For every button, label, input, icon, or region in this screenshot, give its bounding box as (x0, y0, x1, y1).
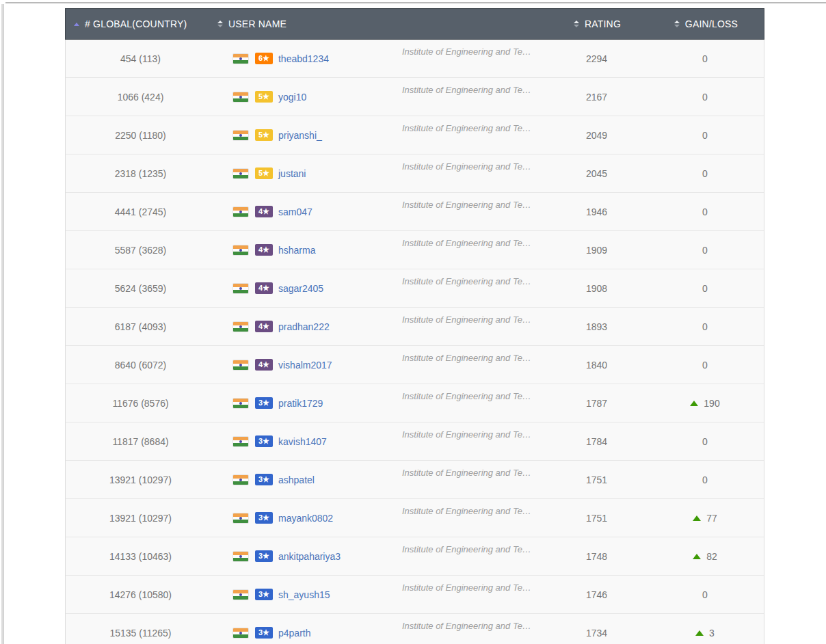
sort-icon (674, 21, 680, 27)
column-header-rating[interactable]: RATING (548, 9, 647, 39)
gain-loss-cell: 0 (646, 346, 764, 384)
username-link[interactable]: sagar2405 (278, 283, 323, 294)
gain-loss-cell: 0 (646, 422, 764, 460)
user-cell: 4★ sam047 (215, 193, 390, 230)
rating-value: 1734 (586, 628, 607, 639)
rating-value: 1893 (586, 321, 607, 332)
table-row: 14276 (10580) 3★ sh_ayush15 Institute of… (66, 576, 764, 614)
gain-loss-value: 0 (702, 130, 708, 141)
rating-value: 1840 (586, 360, 607, 371)
institute-text: Institute of Engineering and Te… (402, 200, 531, 210)
star-rating-badge: 5★ (255, 167, 273, 179)
rating-value: 2045 (586, 168, 607, 179)
gain-loss-value: 0 (702, 92, 708, 103)
username-link[interactable]: justani (278, 168, 306, 179)
global-country-rank-value: 2318 (1235) (115, 168, 167, 179)
gain-loss-value: 0 (702, 168, 708, 179)
rank-cell: 14276 (10580) (66, 576, 215, 613)
rating-cell: 1748 (547, 537, 646, 575)
page: # GLOBAL(COUNTRY) USER NAME RATING GAIN/… (0, 0, 826, 644)
gain-loss-cell: 0 (646, 231, 764, 269)
global-country-rank-value: 13921 (10297) (109, 474, 172, 485)
institute-cell: Institute of Engineering and Te… (390, 269, 547, 307)
institute-cell: Institute of Engineering and Te… (390, 384, 547, 422)
rank-cell: 14133 (10463) (66, 537, 215, 575)
rank-cell: 2250 (1180) (66, 116, 215, 154)
global-country-rank-value: 1066 (424) (118, 92, 164, 103)
institute-cell: Institute of Engineering and Te… (390, 231, 547, 269)
institute-text: Institute of Engineering and Te… (402, 544, 531, 554)
rating-cell: 2167 (547, 78, 646, 116)
gain-up-icon (690, 401, 698, 406)
gain-loss-value: 0 (702, 360, 708, 371)
username-link[interactable]: hsharma (278, 245, 315, 256)
table-row: 4441 (2745) 4★ sam047 Institute of Engin… (66, 193, 764, 231)
rank-cell: 6187 (4093) (66, 308, 215, 345)
username-link[interactable]: sam047 (278, 206, 312, 217)
column-header-username[interactable]: USER NAME (216, 9, 390, 39)
rating-value: 1908 (586, 283, 607, 294)
india-flag-icon (232, 513, 249, 524)
india-flag-icon (232, 168, 249, 179)
institute-cell: Institute of Engineering and Te… (390, 346, 547, 384)
gain-up-icon (693, 515, 701, 521)
gain-loss-cell: 82 (646, 537, 764, 575)
gain-loss-value: 0 (702, 474, 708, 485)
username-link[interactable]: pratik1729 (278, 398, 323, 409)
gain-loss-value: 0 (702, 245, 708, 256)
institute-text: Institute of Engineering and Te… (402, 582, 531, 593)
column-label-rating: RATING (585, 18, 621, 29)
ranking-table: # GLOBAL(COUNTRY) USER NAME RATING GAIN/… (65, 8, 764, 644)
rating-cell: 1908 (547, 269, 646, 307)
gain-loss-value: 0 (702, 436, 708, 447)
username-link[interactable]: p4parth (278, 628, 310, 639)
username-link[interactable]: priyanshi_ (278, 130, 322, 141)
column-header-global-rank[interactable]: # GLOBAL(COUNTRY) (66, 9, 216, 39)
rank-cell: 4441 (2745) (66, 193, 215, 230)
username-link[interactable]: ankitpahariya3 (278, 551, 341, 562)
rank-cell: 8640 (6072) (66, 346, 215, 384)
username-link[interactable]: theabd1234 (278, 53, 329, 64)
star-rating-badge: 3★ (255, 512, 273, 524)
username-link[interactable]: pradhan222 (278, 321, 330, 332)
rank-cell: 5624 (3659) (66, 269, 215, 307)
global-country-rank-value: 15135 (11265) (109, 628, 171, 639)
institute-text: Institute of Engineering and Te… (402, 276, 531, 286)
india-flag-icon (232, 53, 249, 64)
username-link[interactable]: ashpatel (278, 474, 315, 485)
rank-cell: 5587 (3628) (66, 231, 215, 269)
user-cell: 3★ mayank0802 (215, 499, 390, 537)
gain-loss-cell: 0 (646, 461, 764, 498)
sort-icon (217, 21, 223, 27)
column-header-gainloss[interactable]: GAIN/LOSS (647, 9, 765, 39)
india-flag-icon (232, 206, 249, 217)
global-country-rank-value: 5624 (3659) (115, 283, 167, 294)
table-row: 5587 (3628) 4★ hsharma Institute of Engi… (66, 231, 764, 269)
user-cell: 3★ p4parth (215, 614, 390, 644)
table-row: 2250 (1180) 5★ priyanshi_ Institute of E… (66, 116, 764, 155)
institute-cell: Institute of Engineering and Te… (390, 499, 547, 537)
india-flag-icon (232, 245, 249, 256)
star-rating-badge: 4★ (255, 282, 273, 294)
user-cell: 4★ sagar2405 (215, 269, 390, 307)
username-link[interactable]: mayank0802 (278, 513, 333, 524)
global-country-rank-value: 454 (113) (120, 53, 161, 64)
rating-cell: 2045 (547, 155, 646, 192)
username-link[interactable]: sh_ayush15 (278, 589, 330, 600)
gain-loss-cell: 0 (646, 155, 764, 192)
global-country-rank-value: 11817 (8684) (112, 436, 168, 447)
username-link[interactable]: kavish1407 (278, 436, 327, 447)
rank-cell: 454 (113) (66, 40, 215, 77)
india-flag-icon (232, 551, 249, 562)
username-link[interactable]: vishalm2017 (278, 360, 332, 371)
institute-text: Institute of Engineering and Te… (402, 429, 531, 440)
star-rating-badge: 3★ (255, 627, 273, 639)
table-row: 13921 (10297) 3★ ashpatel Institute of E… (66, 461, 764, 499)
table-row: 454 (113) 6★ theabd1234 Institute of Eng… (66, 40, 764, 78)
india-flag-icon (232, 321, 249, 332)
rank-cell: 11817 (8684) (66, 422, 215, 460)
global-country-rank-value: 14133 (10463) (109, 551, 172, 562)
rank-cell: 13921 (10297) (66, 461, 215, 498)
username-link[interactable]: yogi10 (278, 92, 306, 103)
star-rating-badge: 5★ (255, 91, 273, 103)
